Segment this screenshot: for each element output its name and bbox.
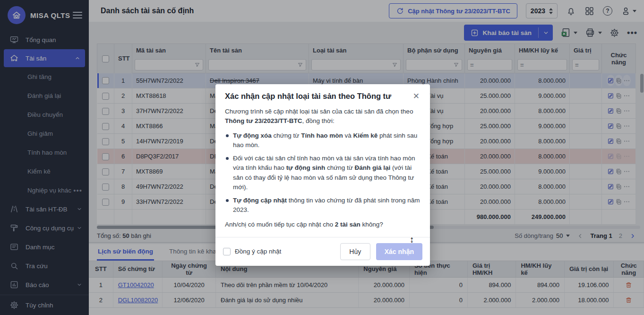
dialog-title: Xác nhận cập nhật loại tài sản theo Thôn…: [225, 91, 408, 101]
dialog-intro: Chương trình sẽ cập nhật loại tài sản củ…: [225, 107, 421, 126]
dialog-question: Anh/chị có muốn tiếp tục cập nhật cho 2 …: [225, 220, 421, 229]
close-icon[interactable]: ✕: [408, 91, 421, 101]
dialog-bullet: Tự động cập nhật thông tin vào chứng từ …: [225, 196, 421, 215]
agree-label: Đồng ý cập nhật: [235, 248, 281, 255]
agree-checkbox[interactable]: [223, 248, 231, 255]
dialog-bullet: Tự động xóa chứng từ Tính hao mòn và Kiể…: [225, 131, 421, 150]
app-window: MISA QLTS Tổng quan Tài sản Ghi tăng Đán…: [0, 0, 644, 315]
dialog-bullet: Đối với các tài sản chỉ tính hao mòn và …: [225, 154, 421, 192]
confirm-button[interactable]: Xác nhận: [376, 243, 422, 260]
mouse-cursor: ↕: [410, 235, 414, 245]
agree-checkbox-row[interactable]: Đồng ý cập nhật: [223, 248, 281, 255]
cancel-button[interactable]: Hủy: [340, 243, 370, 260]
confirm-update-dialog: Xác nhận cập nhật loại tài sản theo Thôn…: [215, 84, 430, 266]
dialog-bullet-list: Tự động xóa chứng từ Tính hao mòn và Kiể…: [225, 131, 421, 215]
